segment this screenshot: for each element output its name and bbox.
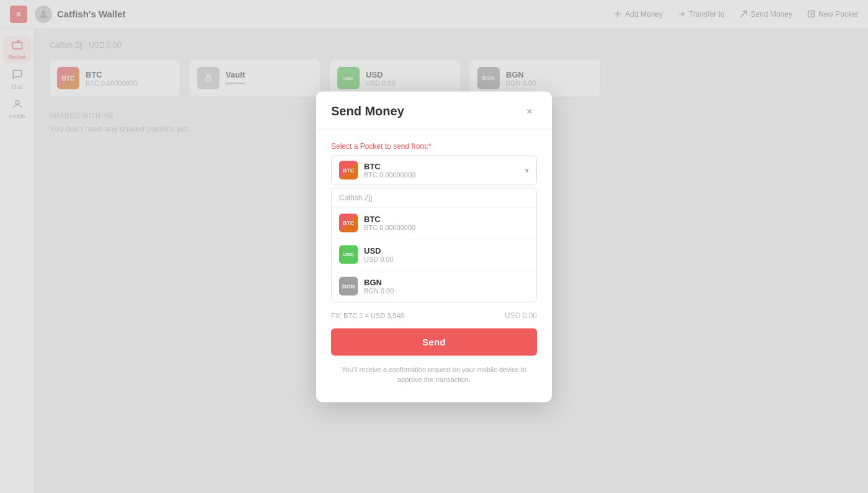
dropdown-option-usd[interactable]: USD USD USD 0.00	[332, 239, 536, 270]
bgn-option-name: BGN	[364, 278, 394, 287]
dropdown-owner-label: Catfish Zjj	[332, 188, 536, 207]
selected-pocket-amount: BTC 0.00000000	[364, 171, 519, 179]
dropdown-option-bgn[interactable]: BGN BGN BGN 0.00	[332, 270, 536, 301]
modal-title: Send Money	[331, 104, 404, 118]
usd-option-amount: USD 0.00	[364, 255, 394, 263]
bgn-option-info: BGN BGN 0.00	[364, 278, 394, 295]
send-money-modal: Send Money × Select a Pocket to send fro…	[316, 91, 552, 402]
send-button[interactable]: Send	[331, 328, 537, 355]
modal-header: Send Money ×	[316, 91, 552, 129]
usd-option-badge: USD	[339, 245, 358, 264]
btc-option-badge: BTC	[339, 213, 358, 232]
field-label: Select a Pocket to send from:*	[331, 141, 537, 150]
usd-option-info: USD USD 0.00	[364, 246, 394, 263]
selected-pocket-badge: BTC	[339, 161, 358, 179]
bgn-option-badge: BGN	[339, 277, 358, 295]
modal-footer-text: You'll receive a confirmation request on…	[316, 364, 552, 384]
btc-option-info: BTC BTC 0.00000000	[364, 215, 415, 231]
fx-amount: USD 0.00	[505, 311, 537, 319]
usd-option-name: USD	[364, 246, 394, 255]
btc-option-name: BTC	[364, 215, 415, 224]
chevron-down-icon: ▾	[525, 166, 529, 174]
pocket-dropdown[interactable]: BTC BTC BTC 0.00000000 ▾	[331, 155, 537, 185]
required-marker: *	[428, 141, 432, 150]
dropdown-option-btc[interactable]: BTC BTC BTC 0.00000000	[332, 207, 536, 239]
pocket-dropdown-list: Catfish Zjj BTC BTC BTC 0.00000000 USD	[331, 187, 537, 302]
modal-body: Select a Pocket to send from:* BTC BTC B…	[316, 129, 552, 319]
fx-label: FX: BTC 1 = USD 3,948	[331, 311, 404, 319]
selected-pocket-info: BTC BTC 0.00000000	[364, 162, 519, 179]
btc-option-amount: BTC 0.00000000	[364, 224, 415, 231]
bgn-option-amount: BGN 0.00	[364, 287, 394, 295]
modal-close-icon: ×	[526, 105, 532, 117]
modal-close-button[interactable]: ×	[522, 104, 537, 118]
dropdown-scroll-area[interactable]: BTC BTC BTC 0.00000000 USD USD USD 0.00	[332, 207, 536, 301]
selected-pocket-name: BTC	[364, 162, 519, 171]
fx-bar: FX: BTC 1 = USD 3,948 USD 0.00	[331, 311, 537, 319]
